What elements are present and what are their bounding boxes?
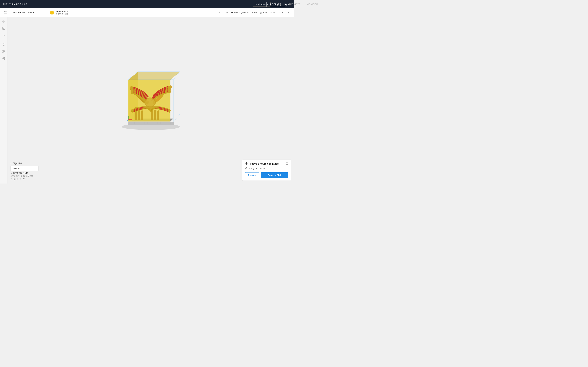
support-tool-button[interactable] (1, 55, 7, 62)
logo-cura: Cura (20, 2, 27, 6)
support-area: ☂ Off (270, 11, 276, 14)
object-dimensions: 197.1 x 197.1 x 241.5 mm (10, 175, 38, 177)
svg-marker-25 (129, 72, 180, 80)
settings-chevron-icon: ▾ (288, 11, 289, 14)
obj-settings-icon[interactable]: ☰ (23, 178, 25, 181)
object-list-panel: ▾ Object list final9.stl ✎ CE3PRO_final9… (10, 162, 38, 181)
print-time-value: 4 days 8 hours 6 minutes (249, 162, 279, 165)
nozzle-size: 0.4mm Nozzle (56, 13, 68, 15)
obj-cube-icon[interactable]: ⬡ (10, 178, 12, 181)
tool-divider (1, 40, 6, 40)
support-icon: ☂ (270, 11, 272, 14)
mirror-tool-button[interactable] (1, 42, 7, 48)
adhesion-icon: ▬ (279, 11, 281, 14)
material-selector[interactable]: 1 Generic PLA 0.4mm Nozzle ▾ (47, 8, 223, 17)
preview-button[interactable]: Preview (245, 172, 259, 178)
object-action-buttons: ⬡ ◧ ⧉ 🗑 ☰ (10, 178, 38, 181)
scale-tool-button[interactable] (1, 25, 7, 32)
print-time-left: ⏱ 4 days 8 hours 6 minutes (245, 162, 279, 165)
material-chevron-icon: ▾ (219, 11, 220, 14)
svg-rect-32 (154, 109, 156, 120)
print-time-row: ⏱ 4 days 8 hours 6 minutes ⓘ (245, 162, 288, 165)
svg-rect-33 (157, 110, 159, 120)
3d-model-svg (116, 62, 186, 132)
infill-icon: ◫ (259, 11, 262, 14)
mesh-name: CE3PRO_final9 (13, 172, 28, 175)
svg-rect-30 (141, 110, 143, 120)
obj-duplicate-icon[interactable]: ⧉ (17, 178, 18, 181)
print-info-panel: ⏱ 4 days 8 hours 6 minutes ⓘ ⚙ 814g · 27… (242, 159, 291, 181)
material-name: Generic PLA (56, 10, 68, 13)
model-container (116, 62, 186, 132)
open-file-button[interactable] (2, 10, 9, 15)
material-info: Generic PLA 0.4mm Nozzle (56, 10, 68, 15)
main-nav: PREPARE PREVIEW MONITOR (267, 2, 294, 7)
clock-icon: ⏱ (245, 162, 248, 165)
object-filename: final9.stl (12, 167, 20, 170)
logo: Ultimaker Cura (3, 2, 27, 6)
svg-rect-4 (4, 52, 5, 53)
object-list-header[interactable]: ▾ Object list (10, 162, 38, 165)
logo-ultimaker: Ultimaker (3, 2, 19, 6)
printer-selector[interactable]: Creality Ender-3 Pro ▾ (9, 8, 47, 17)
svg-rect-2 (4, 50, 5, 51)
undo-button[interactable] (1, 32, 7, 38)
adhesion-value: On (282, 11, 285, 14)
infill-value: 20% (263, 11, 267, 14)
edit-icon: ✎ (10, 172, 12, 175)
viewport[interactable]: ▾ Object list final9.stl ✎ CE3PRO_final9… (8, 17, 294, 184)
settings-sliders-icon: ⚙ (225, 11, 228, 14)
support-value: Off (273, 11, 276, 14)
obj-mesh-icon[interactable]: ◧ (13, 178, 16, 181)
svg-rect-1 (3, 50, 4, 51)
object-name-row: ✎ CE3PRO_final9 (10, 172, 38, 175)
obj-delete-icon[interactable]: 🗑 (19, 178, 22, 181)
object-list-title: Object list (13, 162, 22, 165)
svg-rect-29 (138, 109, 140, 120)
material-number-badge: 1 (50, 11, 54, 15)
spool-icon: ⚙ (245, 167, 247, 170)
svg-rect-3 (3, 52, 4, 53)
svg-point-35 (145, 98, 155, 106)
nav-preview[interactable]: PREVIEW (285, 2, 294, 7)
action-buttons: Preview Save to Disk (245, 172, 288, 178)
object-filename-box: final9.stl (10, 166, 38, 171)
arrange-button[interactable] (1, 48, 7, 55)
print-settings-area[interactable]: ⚙ Standard Quality - 0.2mm ◫ 20% ☂ Off ▬… (223, 8, 292, 17)
print-material-row: ⚙ 814g · 272.97m (245, 167, 288, 170)
printer-name: Creality Ender-3 Pro (11, 11, 32, 14)
svg-marker-23 (173, 71, 180, 122)
main-area: ▾ Object list final9.stl ✎ CE3PRO_final9… (0, 17, 294, 184)
infill-area: ◫ 20% (259, 11, 267, 14)
print-material-value: 814g · 272.97m (249, 167, 265, 170)
printer-chevron-icon: ▾ (33, 11, 34, 14)
left-toolbar (0, 17, 8, 184)
move-tool-button[interactable] (1, 18, 7, 25)
toolbar: Creality Ender-3 Pro ▾ 1 Generic PLA 0.4… (0, 8, 294, 17)
info-icon[interactable]: ⓘ (286, 162, 288, 165)
quality-label: Standard Quality - 0.2mm (231, 11, 257, 14)
header: Ultimaker Cura PREPARE PREVIEW MONITOR M… (0, 0, 294, 8)
nav-prepare[interactable]: PREPARE (267, 2, 285, 7)
adhesion-area: ▬ On (279, 11, 285, 14)
save-to-disk-button[interactable]: Save to Disk (261, 172, 288, 178)
